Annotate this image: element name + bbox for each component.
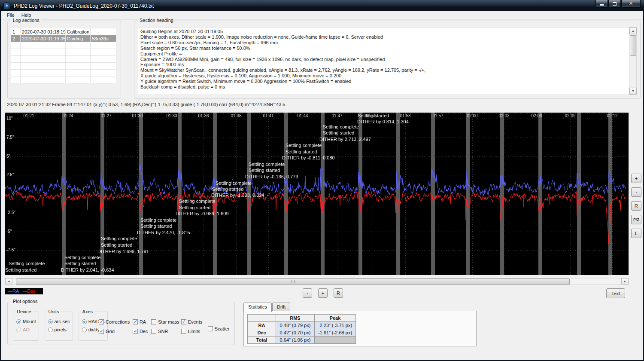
log-section-row[interactable] — [11, 42, 116, 49]
checkbox-label: Grid — [106, 329, 115, 334]
maximize-button[interactable] — [608, 0, 621, 8]
bottom-button-minus[interactable]: - — [303, 288, 312, 298]
vertical-scroll-thumb[interactable] — [630, 35, 636, 56]
legend-label: RA — [12, 288, 19, 294]
event-annotation: Settling started — [64, 261, 96, 266]
text-button[interactable]: Text — [606, 288, 625, 298]
checkbox-events[interactable]: Events — [181, 319, 208, 324]
stats-panel: RMSPeakRA0.48" (0.79 px)-2.23" (-3.71 px… — [243, 311, 477, 346]
guide-chart[interactable]: 01:2101:2401:2701:3001:3301:3601:3801:41… — [5, 113, 629, 275]
log-section-row[interactable] — [11, 63, 116, 70]
event-annotation: DITHER by 0.814, 1.304 — [357, 119, 409, 124]
log-section-row[interactable]: 12020-07-30 01:18:19Calibration — [11, 28, 116, 35]
checkbox-column: CorrectionsGrid — [99, 315, 133, 342]
title-bar[interactable]: ✶ PHD2 Log Viewer - PHD2_GuideLog_2020-0… — [0, 0, 644, 12]
plot-option-groups: DeviceMountAOUnitsarc-secpixelsAxesRA/De… — [13, 312, 108, 341]
scroll-right-arrow[interactable]: ► — [621, 278, 629, 285]
scroll-track[interactable] — [12, 278, 621, 285]
plot-options-group: Plot options DeviceMountAOUnitsarc-secpi… — [7, 302, 235, 345]
log-section-row[interactable] — [11, 76, 116, 83]
event-annotation: Settling started — [5, 267, 36, 272]
chart-horizontal-scrollbar[interactable]: ◄ ► — [5, 278, 629, 285]
stats-peak-value: -2.23" (-3.71 px) — [315, 322, 356, 329]
bottom-button-r[interactable]: R — [334, 288, 343, 298]
checkbox-star-mass[interactable]: Star mass — [151, 319, 181, 324]
log-sections-table[interactable]: 12020-07-30 01:18:19Calibration22020-07-… — [11, 28, 116, 83]
radio-arcminussec[interactable]: arc-sec — [48, 319, 70, 324]
chart-button-p-z[interactable]: P/Z — [631, 215, 641, 224]
chart-button-plus[interactable]: + — [631, 174, 641, 183]
scroll-down-arrow[interactable]: ▼ — [629, 88, 637, 95]
chart-side-buttons: +-RP/ZL — [631, 174, 641, 238]
log-cell — [21, 76, 65, 83]
tab-statistics[interactable]: Statistics — [243, 303, 272, 312]
legend-entry-dec: —Dec — [22, 288, 36, 294]
scroll-thumb[interactable] — [16, 278, 570, 285]
section-heading-label: Section heading — [138, 18, 175, 23]
close-button[interactable]: ✕ — [621, 0, 641, 8]
plot-options-label: Plot options — [11, 299, 39, 304]
log-cell — [90, 56, 116, 63]
close-icon: ✕ — [629, 1, 633, 6]
event-annotation: Settling started — [323, 130, 354, 135]
section-heading-group: Section heading Guiding Begins at 2020-0… — [134, 21, 641, 99]
checkbox-ra[interactable]: RA — [133, 319, 151, 324]
log-cell — [11, 63, 21, 70]
y-axis-label: -2.5" — [6, 210, 15, 215]
checkbox-dec[interactable]: Dec — [133, 329, 151, 334]
x-axis-label: 01:38 — [231, 113, 241, 118]
radio-icon — [48, 327, 53, 332]
stats-col-header: Peak — [315, 315, 356, 322]
section-vertical-scrollbar[interactable]: ▲ ▼ — [629, 28, 636, 95]
checkbox-grid[interactable]: Grid — [99, 329, 133, 334]
checkbox-scatter[interactable]: Scatter — [208, 326, 232, 331]
minimize-button[interactable] — [595, 0, 608, 8]
stats-rms-value: 0.48" (0.79 px) — [276, 322, 315, 329]
chart-button-r[interactable]: R — [631, 201, 641, 211]
chart-button-minus[interactable]: - — [631, 187, 641, 197]
event-annotation: Settling complete — [101, 236, 137, 241]
event-annotation: DITHER by -1.333, 0.324 — [211, 193, 264, 198]
checkbox-icon — [181, 329, 186, 334]
log-text-line: Dither = both axes, Dither scale = 1.000… — [140, 34, 627, 40]
log-section-row[interactable]: 22020-07-30 01:19:05Guiding58m39s — [11, 35, 116, 42]
log-section-row[interactable] — [11, 56, 116, 63]
radio-ao[interactable]: AO — [16, 327, 36, 332]
log-cell — [21, 42, 65, 49]
log-text-line: Exposure = 1000 ms — [140, 62, 627, 67]
log-sections-group: Log sections 12020-07-30 01:18:19Calibra… — [7, 21, 121, 99]
event-annotation: Settling complete — [249, 162, 285, 167]
checkbox-corrections[interactable]: Corrections — [99, 319, 133, 324]
chart-button-l[interactable]: L — [631, 229, 641, 238]
bottom-button-plus[interactable]: + — [318, 288, 328, 298]
stats-row-total: Total0.64" (1.06 px) — [248, 337, 356, 344]
log-section-row[interactable] — [11, 49, 116, 56]
event-annotation: Settling started — [212, 187, 243, 192]
window-title: PHD2 Log Viewer - PHD2_GuideLog_2020-07-… — [14, 3, 154, 9]
section-heading-textarea[interactable]: Guiding Begins at 2020-07-30 01:19:05Dit… — [138, 27, 637, 95]
log-cell: Guiding — [65, 35, 90, 42]
group-device: DeviceMountAO — [13, 312, 39, 341]
x-axis-label: 01:30 — [132, 113, 143, 118]
radio-icon — [16, 319, 21, 324]
log-cell — [21, 70, 65, 76]
group-label: Axes — [81, 309, 94, 314]
log-cell — [11, 70, 21, 76]
radio-pixels[interactable]: pixels — [48, 327, 70, 332]
frame-status-line: 2020-07-30 01:21:32 Frame 84 t=147.01 (x… — [7, 102, 285, 107]
tab-drift[interactable]: Drift — [272, 303, 290, 311]
event-annotation: DITHER by -0.989, 1.609 — [176, 211, 229, 216]
log-cell — [90, 63, 116, 70]
checkbox-icon — [181, 319, 186, 324]
log-section-row[interactable] — [11, 70, 116, 76]
radio-mount[interactable]: Mount — [16, 319, 36, 324]
checkbox-limits[interactable]: Limits — [181, 329, 208, 334]
log-cell — [65, 63, 90, 70]
scroll-left-arrow[interactable]: ◄ — [5, 278, 12, 285]
minimize-icon — [600, 4, 604, 6]
x-axis-label: 01:21 — [23, 113, 34, 118]
app-icon: ✶ — [3, 3, 10, 9]
scroll-up-arrow[interactable]: ▲ — [629, 28, 637, 34]
checkbox-snr[interactable]: SNR — [151, 329, 181, 334]
event-annotation: Settling complete — [323, 124, 359, 129]
